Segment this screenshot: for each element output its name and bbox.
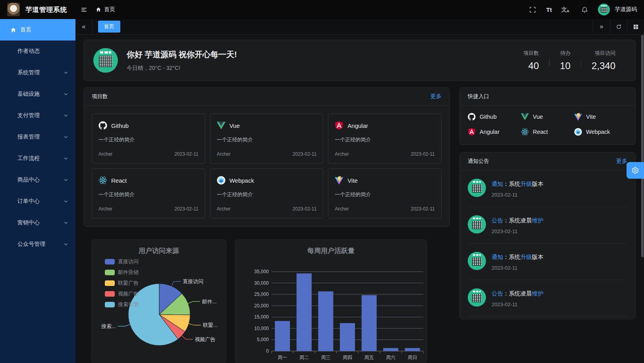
hamburger-menu-icon[interactable]	[78, 4, 89, 15]
user-name[interactable]: 芋道源码	[615, 6, 637, 13]
project-date: 2023-02-11	[174, 206, 199, 212]
sidebar-item-作者动态[interactable]: 作者动态	[0, 41, 75, 62]
project-name: React	[111, 177, 127, 184]
shortcut-Angular[interactable]: Angular	[468, 128, 521, 136]
scrollbar[interactable]	[641, 35, 644, 362]
legend-item-搜索引擎[interactable]: 搜索引擎	[105, 301, 139, 308]
project-card-Github[interactable]: Github一个正经的简介Archer2023-02-11	[92, 114, 205, 164]
chevron-down-icon	[64, 135, 68, 139]
gear-icon	[631, 166, 639, 174]
scrollbar-thumb[interactable]	[641, 35, 644, 257]
bar-周三[interactable]	[318, 292, 333, 351]
bar-周五[interactable]	[362, 295, 377, 351]
project-card-Vite[interactable]: Vite一个正经的简介Archer2023-02-11	[328, 168, 442, 218]
y-tick-label: 15,000	[254, 314, 269, 320]
chevron-down-icon	[64, 178, 68, 182]
chevron-down-icon	[64, 242, 68, 247]
greeting-title: 你好 芋道源码 祝你开心每一天!	[127, 49, 237, 60]
panel-title: 快捷入口	[468, 93, 489, 100]
notice-item[interactable]: 通知：系统升级版本2023-02-11	[468, 170, 627, 207]
projects-more-link[interactable]: 更多	[430, 93, 442, 100]
legend-item-视频广告[interactable]: 视频广告	[105, 290, 139, 297]
notices-panel: 通知公告 更多 通知：系统升级版本2023-02-11公告：系统凌晨维护2023…	[459, 152, 636, 319]
pie-callout-label: 联盟...	[202, 322, 218, 328]
bar-周六[interactable]	[383, 348, 398, 351]
notice-item[interactable]: 公告：系统凌晨维护2023-02-11	[468, 280, 627, 317]
project-date: 2023-02-11	[293, 151, 317, 157]
project-card-Angular[interactable]: Angular一个正经的简介Archer2023-02-11	[328, 114, 442, 164]
notices-more-link[interactable]: 更多	[616, 158, 627, 165]
pie-legend: 直接访问邮件营销联盟广告视频广告搜索引擎	[105, 258, 139, 312]
fullscreen-icon[interactable]	[527, 4, 538, 15]
notice-item[interactable]: 通知：系统升级版本2023-02-11	[468, 243, 627, 280]
stat-value: 10	[560, 60, 571, 71]
breadcrumb[interactable]: 首页	[96, 6, 115, 13]
project-card-React[interactable]: React一个正经的简介Archer2023-02-11	[92, 168, 205, 218]
vite-icon	[335, 176, 343, 185]
collapse-sidebar-button[interactable]: «	[75, 19, 93, 34]
legend-swatch	[105, 291, 115, 297]
sidebar-item-label: 工作流程	[17, 155, 40, 162]
tab-首页[interactable]: 首页	[98, 21, 120, 33]
legend-swatch	[105, 302, 115, 307]
shortcut-Github[interactable]: Github	[468, 113, 521, 121]
bar-chart-title: 每周用户活跃量	[235, 246, 426, 255]
user-avatar[interactable]	[598, 4, 610, 15]
pie-chart-title: 用户访问来源	[92, 246, 226, 255]
shortcut-React[interactable]: React	[521, 128, 574, 136]
project-desc: 一个正经的简介	[217, 191, 317, 198]
sidebar-item-首页[interactable]: 首页	[0, 19, 75, 41]
project-date: 2023-02-11	[174, 151, 199, 157]
home-icon	[10, 27, 16, 33]
legend-swatch	[105, 259, 115, 265]
language-icon[interactable]: 文A	[560, 4, 571, 15]
font-size-icon[interactable]: Tt	[546, 4, 552, 15]
bar-chart-card: 每周用户活跃量 05,00010,00015,00020,00025,00030…	[235, 239, 427, 363]
main-content: 你好 芋道源码 祝你开心每一天! 今日晴，20°C - 32°C! 项目数40待…	[75, 34, 644, 363]
bar-周一[interactable]	[275, 321, 290, 351]
sidebar-item-公众号管理[interactable]: 公众号管理	[0, 234, 75, 255]
notice-title: 通知：系统升级版本	[492, 180, 544, 188]
chevron-down-icon	[64, 156, 68, 161]
shortcut-Webpack[interactable]: Webpack	[574, 128, 627, 136]
theme-settings-button[interactable]	[627, 162, 644, 179]
sidebar-item-工作流程[interactable]: 工作流程	[0, 148, 75, 169]
project-card-Webpack[interactable]: Webpack一个正经的简介Archer2023-02-11	[210, 168, 324, 218]
legend-item-联盟广告[interactable]: 联盟广告	[105, 280, 139, 287]
sidebar-item-基础设施[interactable]: 基础设施	[0, 83, 75, 105]
shortcuts-panel: 快捷入口 GithubVueViteAngularReactWebpack	[459, 87, 636, 145]
layout-grid-icon[interactable]	[627, 19, 644, 34]
refresh-icon[interactable]	[610, 19, 627, 34]
sidebar-item-支付管理[interactable]: 支付管理	[0, 105, 75, 126]
bar-周四[interactable]	[340, 323, 355, 351]
stat-label: 项目访问	[592, 50, 615, 57]
shortcut-Vite[interactable]: Vite	[574, 113, 627, 121]
github-icon	[468, 113, 476, 121]
sidebar-item-商品中心[interactable]: 商品中心	[0, 169, 75, 191]
sidebar-item-系统管理[interactable]: 系统管理	[0, 62, 75, 83]
chevron-down-icon	[64, 220, 68, 225]
shortcut-Vue[interactable]: Vue	[521, 113, 574, 121]
sidebar-item-报表管理[interactable]: 报表管理	[0, 126, 75, 148]
sidebar-item-订单中心[interactable]: 订单中心	[0, 191, 75, 212]
project-card-Vue[interactable]: Vue一个正经的简介Archer2023-02-11	[210, 114, 324, 164]
legend-item-直接访问[interactable]: 直接访问	[105, 258, 139, 265]
x-tick-label: 周三	[321, 355, 330, 360]
vue-icon	[521, 113, 529, 121]
bell-icon[interactable]	[579, 4, 590, 15]
vite-icon	[574, 113, 582, 121]
expand-tabs-button[interactable]: »	[593, 19, 610, 34]
bar-周二[interactable]	[297, 273, 312, 351]
legend-label: 视频广告	[118, 290, 139, 297]
notice-avatar	[468, 215, 486, 234]
sidebar-item-营销中心[interactable]: 营销中心	[0, 212, 75, 234]
chevron-down-icon	[64, 92, 68, 97]
sidebar: 首页作者动态系统管理基础设施支付管理报表管理工作流程商品中心订单中心营销中心公众…	[0, 19, 75, 363]
bar-周日[interactable]	[405, 348, 420, 351]
notice-avatar	[468, 252, 486, 270]
legend-item-邮件营销[interactable]: 邮件营销	[105, 269, 139, 276]
shortcut-label: Vite	[586, 114, 596, 120]
legend-label: 邮件营销	[118, 269, 139, 276]
notice-date: 2023-02-11	[492, 228, 544, 234]
notice-item[interactable]: 公告：系统凌晨维护2023-02-11	[468, 207, 627, 243]
